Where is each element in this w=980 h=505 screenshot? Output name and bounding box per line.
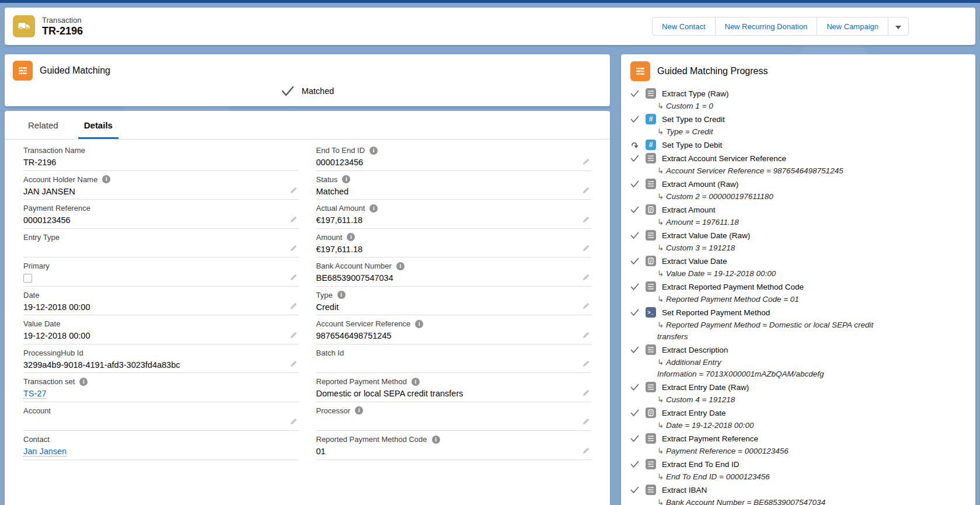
guided-matching-status: Matched	[13, 85, 602, 97]
edit-pencil-icon[interactable]	[289, 186, 298, 195]
new-contact-button[interactable]: New Contact	[652, 17, 715, 36]
field-value: 19-12-2018 00:00	[23, 330, 299, 342]
step-result: ↳ End To End ID = 0000123456	[657, 471, 966, 483]
tab-bar: RelatedDetails	[5, 111, 610, 140]
field-account: Account	[23, 402, 299, 431]
progress-step-extract-end-to-end-id: Extract End To End ID↳ End To End ID = 0…	[630, 459, 966, 483]
guided-matching-title: Guided Matching	[40, 65, 110, 76]
page-title: TR-2196	[42, 25, 83, 37]
field-value: BE68539007547034	[316, 273, 592, 284]
edit-pencil-icon[interactable]	[581, 389, 590, 398]
table-icon	[646, 230, 656, 241]
check-icon	[630, 231, 641, 242]
field-payment-reference: Payment Reference0000123456	[23, 200, 299, 229]
info-icon[interactable]: i	[411, 378, 420, 386]
edit-pencil-icon[interactable]	[581, 302, 590, 311]
result-arrow-icon: ↳	[657, 243, 666, 252]
edit-pencil-icon[interactable]	[289, 302, 298, 311]
jan-jansen-link[interactable]: Jan Jansen	[23, 447, 67, 457]
field-amount: Amounti€197,611.18	[316, 229, 592, 258]
info-icon[interactable]: i	[396, 262, 404, 270]
info-icon[interactable]: i	[337, 291, 346, 299]
field-label: ProcessingHub Id	[23, 349, 83, 357]
edit-pencil-icon[interactable]	[289, 331, 298, 340]
table-icon	[646, 459, 656, 469]
check-icon	[630, 345, 641, 357]
table-icon	[646, 344, 656, 355]
field-label: Status	[316, 175, 338, 184]
step-result: ↳ Additional Entry Information = 7013X00…	[657, 357, 966, 380]
table-icon	[646, 179, 656, 189]
info-icon[interactable]: i	[102, 175, 110, 183]
field-reported-payment-method: Reported Payment MethodiDomestic or loca…	[316, 373, 592, 402]
step-result: ↳ Custom 3 = 191218	[657, 242, 966, 254]
step-result: ↳ Payment Reference = 0000123456	[657, 445, 966, 457]
tab-related[interactable]: Related	[22, 120, 64, 139]
info-icon[interactable]: i	[79, 378, 88, 386]
check-icon	[630, 282, 641, 294]
header-action-buttons: New ContactNew Recurring DonationNew Cam…	[652, 17, 909, 36]
edit-pencil-icon[interactable]	[581, 273, 590, 282]
progress-list: Extract Type (Raw)↳ Custom 1 = 0#Set Typ…	[630, 88, 966, 505]
info-icon[interactable]: i	[347, 233, 355, 241]
info-icon[interactable]: i	[369, 204, 378, 213]
step-label: Extract Amount	[662, 204, 716, 216]
tab-details[interactable]: Details	[78, 120, 118, 139]
field-reported-payment-method-code: Reported Payment Method Codei01	[316, 431, 592, 460]
new-recurring-donation-button[interactable]: New Recurring Donation	[715, 17, 818, 36]
edit-pencil-icon[interactable]	[581, 360, 590, 368]
progress-step-set-type-to-debit: #Set Type to Debit	[630, 140, 966, 151]
field-value: Credit	[316, 302, 592, 313]
ts-27-link[interactable]: TS-27	[23, 389, 47, 399]
field-entry-type: Entry Type	[23, 229, 299, 258]
step-result: ↳ Account Servicer Reference = 987654649…	[657, 165, 966, 177]
check-icon	[630, 408, 641, 420]
edit-pencil-icon[interactable]	[581, 417, 590, 426]
edit-pencil-icon[interactable]	[581, 331, 590, 340]
edit-pencil-icon[interactable]	[289, 273, 298, 282]
result-text: Custom 1 = 0	[666, 102, 713, 110]
progress-header: Guided Matching Progress	[630, 61, 966, 81]
check-icon	[630, 205, 641, 217]
field-processor: Processori	[316, 402, 592, 431]
new-campaign-button[interactable]: New Campaign	[817, 17, 888, 36]
check-icon	[281, 85, 295, 97]
field-value: 3299a4b9-9018-4191-afd3-3023fd4a83bc	[23, 360, 299, 371]
progress-step-extract-amount: Extract Amount↳ Amount = 197611.18	[630, 204, 966, 228]
edit-pencil-icon[interactable]	[289, 244, 298, 253]
check-icon	[630, 382, 641, 394]
edit-pencil-icon[interactable]	[581, 158, 590, 166]
edit-pencil-icon[interactable]	[581, 447, 590, 455]
edit-pencil-icon[interactable]	[581, 215, 590, 224]
check-icon	[630, 179, 641, 191]
edit-pencil-icon[interactable]	[289, 417, 298, 426]
info-icon[interactable]: i	[355, 406, 363, 415]
info-icon[interactable]: i	[415, 320, 423, 328]
edit-pencil-icon[interactable]	[289, 360, 298, 368]
step-label: Set Type to Debit	[662, 140, 722, 151]
primary-checkbox[interactable]	[23, 274, 32, 283]
info-icon[interactable]: i	[369, 147, 378, 155]
check-icon	[630, 485, 641, 497]
field-value: 9876546498751245	[316, 330, 592, 342]
step-result: ↳ Amount = 197611.18	[657, 217, 966, 228]
edit-pencil-icon[interactable]	[581, 244, 590, 253]
check-icon	[630, 308, 641, 319]
record-header: Transaction TR-2196 New ContactNew Recur…	[5, 8, 975, 45]
edit-pencil-icon[interactable]	[581, 186, 590, 195]
skip-arrow-icon	[630, 140, 641, 149]
step-result: ↳ Bank Account Number = BE68539007547034	[657, 497, 966, 505]
result-text: Reported Payment Method Code = 01	[666, 295, 799, 304]
progress-step-extract-reported-payment-method-code: Extract Reported Payment Method Code↳ Re…	[630, 281, 966, 305]
result-arrow-icon: ↳	[657, 395, 666, 404]
edit-pencil-icon[interactable]	[289, 215, 298, 224]
detail-fields: Transaction NameTR-2196Account Holder Na…	[5, 140, 610, 460]
step-result: ↳ Custom 1 = 0	[657, 100, 966, 112]
more-actions-button[interactable]	[888, 17, 909, 36]
info-icon[interactable]: i	[342, 175, 350, 183]
info-icon[interactable]: i	[432, 436, 440, 444]
result-text: Type = Credit	[666, 127, 713, 136]
result-text: Bank Account Number = BE68539007547034	[666, 498, 825, 505]
step-label: Extract Entry Date (Raw)	[662, 382, 749, 393]
field-label: Date	[23, 291, 39, 299]
